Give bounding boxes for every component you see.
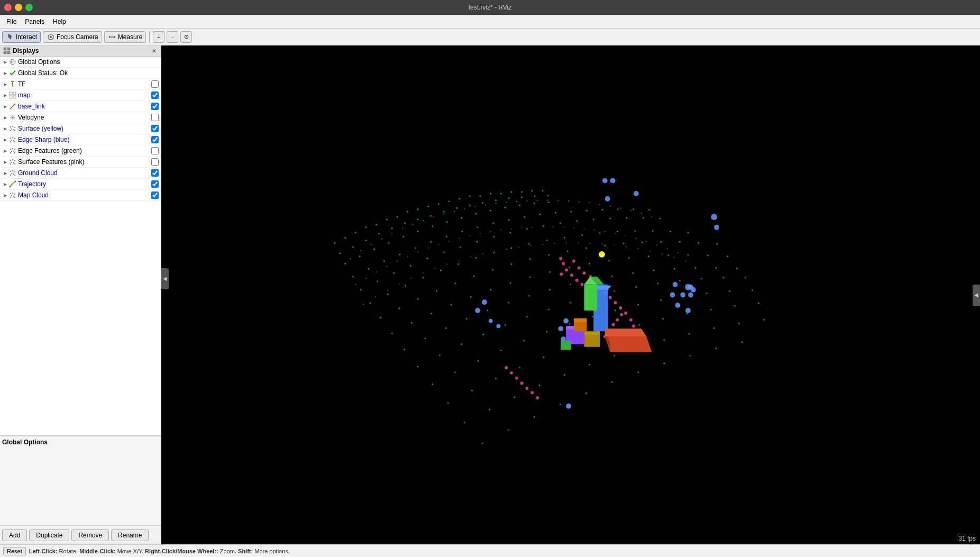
- zoom-in-button[interactable]: +: [153, 31, 164, 43]
- svg-point-47: [10, 152, 11, 153]
- window-controls[interactable]: [4, 4, 33, 11]
- display-item-global-status[interactable]: ▶ Global Status: Ok: [0, 68, 161, 79]
- menu-help[interactable]: Help: [49, 17, 70, 26]
- points-ground-icon: [8, 169, 17, 177]
- viewport-3d[interactable]: ◀ 31 fps: [161, 45, 980, 544]
- display-item-map-cloud[interactable]: ▶ Map Cloud: [0, 190, 161, 201]
- checkbox-surface-yellow[interactable]: [151, 125, 159, 132]
- expand-velodyne[interactable]: ▶: [2, 114, 8, 121]
- svg-point-28: [10, 126, 11, 127]
- checkbox-ground-cloud[interactable]: [151, 169, 159, 177]
- checkbox-edge-sharp-blue[interactable]: [151, 136, 159, 143]
- maximize-button[interactable]: [25, 4, 33, 11]
- left-collapse-handle[interactable]: ◀: [161, 268, 169, 289]
- checkbox-edge-features-green[interactable]: [151, 147, 159, 154]
- right-click-label: Right-Click/Mouse Wheel::: [145, 548, 218, 554]
- expand-global-status[interactable]: ▶: [2, 70, 8, 76]
- display-item-trajectory[interactable]: ▶ Trajectory: [0, 179, 161, 190]
- right-collapse-handle[interactable]: ◀: [973, 285, 980, 306]
- svg-point-140: [571, 211, 572, 213]
- display-item-global-options[interactable]: ▶ Global Options: [0, 57, 161, 68]
- duplicate-button[interactable]: Duplicate: [29, 529, 69, 541]
- rename-button[interactable]: Rename: [111, 529, 149, 541]
- svg-point-224: [466, 318, 468, 319]
- reset-button[interactable]: Reset: [3, 547, 26, 555]
- velodyne-icon: [8, 113, 17, 122]
- svg-point-75: [355, 232, 356, 233]
- minimize-button[interactable]: [15, 4, 22, 11]
- expand-surface-features-pink[interactable]: ▶: [2, 159, 8, 165]
- close-button[interactable]: [4, 4, 12, 11]
- points-map-icon: [8, 191, 17, 199]
- svg-point-341: [397, 261, 398, 262]
- interact-button[interactable]: Interact: [2, 31, 41, 43]
- expand-trajectory[interactable]: ▶: [2, 181, 8, 187]
- svg-point-122: [505, 207, 506, 208]
- display-item-ground-cloud[interactable]: ▶ Ground Cloud: [0, 168, 161, 179]
- menu-panels[interactable]: Panels: [21, 17, 49, 26]
- svg-point-56: [10, 171, 11, 172]
- checkbox-velodyne[interactable]: [151, 114, 159, 121]
- expand-base-link[interactable]: ▶: [2, 103, 8, 109]
- expand-tf[interactable]: ▶: [2, 81, 8, 87]
- svg-point-182: [670, 231, 671, 232]
- display-item-map[interactable]: ▶ map: [0, 90, 161, 101]
- svg-point-422: [583, 271, 586, 275]
- svg-point-394: [662, 253, 663, 254]
- expand-edge-features-green[interactable]: ▶: [2, 148, 8, 154]
- checkbox-tf[interactable]: [151, 80, 159, 88]
- checkbox-surface-features-pink[interactable]: [151, 158, 159, 166]
- expand-map-cloud[interactable]: ▶: [2, 192, 8, 198]
- svg-point-470: [599, 251, 605, 258]
- svg-point-428: [614, 301, 617, 304]
- svg-point-109: [534, 195, 536, 197]
- svg-point-379: [482, 253, 483, 254]
- expand-map[interactable]: ▶: [2, 92, 8, 98]
- svg-point-324: [527, 200, 528, 202]
- menu-file[interactable]: File: [2, 17, 21, 26]
- svg-point-147: [377, 280, 378, 282]
- display-item-base-link[interactable]: ▶ base_link: [0, 101, 161, 112]
- svg-point-243: [526, 316, 528, 317]
- display-item-velodyne[interactable]: ▶ Velod: [0, 112, 161, 123]
- svg-point-429: [619, 306, 622, 309]
- svg-point-343: [417, 251, 418, 252]
- points-green-icon: [8, 147, 17, 155]
- svg-point-391: [626, 246, 627, 247]
- remove-button[interactable]: Remove: [71, 529, 109, 541]
- svg-point-187: [436, 290, 437, 291]
- svg-point-267: [729, 290, 730, 292]
- svg-point-346: [448, 241, 450, 242]
- svg-point-396: [685, 261, 686, 262]
- svg-point-345: [438, 244, 439, 245]
- focus-camera-button[interactable]: Focus Camera: [43, 31, 102, 43]
- svg-point-348: [469, 235, 470, 236]
- add-button[interactable]: Add: [2, 529, 27, 541]
- expand-ground-cloud[interactable]: ▶: [2, 170, 8, 176]
- checkbox-map-cloud[interactable]: [151, 191, 159, 199]
- svg-point-143: [617, 208, 619, 210]
- svg-point-164: [659, 218, 661, 220]
- display-item-edge-features-green[interactable]: ▶ Edge Features (green): [0, 145, 161, 157]
- svg-point-319: [474, 206, 475, 207]
- displays-close-button[interactable]: ✕: [150, 47, 158, 54]
- expand-surface-yellow[interactable]: ▶: [2, 125, 8, 132]
- svg-point-102: [443, 211, 445, 213]
- checkbox-base-link[interactable]: [151, 103, 159, 110]
- svg-point-357: [563, 227, 564, 228]
- display-item-edge-sharp-blue[interactable]: ▶ Edge Sharp (blue): [0, 134, 161, 145]
- camera-button[interactable]: ⊙: [180, 31, 192, 43]
- display-item-tf[interactable]: ▶ TF: [0, 79, 161, 90]
- zoom-out-button[interactable]: -: [167, 31, 178, 43]
- svg-point-35: [10, 138, 11, 139]
- expand-edge-sharp-blue[interactable]: ▶: [2, 136, 8, 143]
- expand-global-options[interactable]: ▶: [2, 59, 8, 65]
- toolbar-separator: [149, 31, 150, 43]
- svg-marker-459: [605, 336, 652, 352]
- measure-button[interactable]: Measure: [104, 31, 146, 43]
- display-item-surface-yellow[interactable]: ▶ Surface (yellow): [0, 123, 161, 134]
- display-item-surface-features-pink[interactable]: ▶ Surface Features (pink): [0, 157, 161, 168]
- svg-point-358: [573, 227, 574, 229]
- checkbox-trajectory[interactable]: [151, 180, 159, 188]
- checkbox-map[interactable]: [151, 92, 159, 99]
